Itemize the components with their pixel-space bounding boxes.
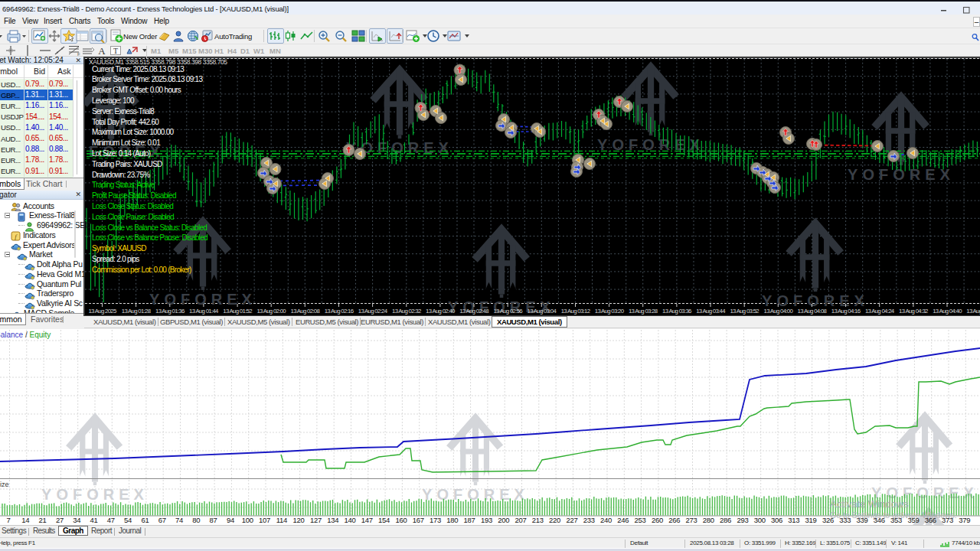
- svg-text:Server: Exness-Trial8: Server: Exness-Trial8: [92, 107, 155, 116]
- svg-text:47: 47: [107, 516, 115, 524]
- svg-text:107: 107: [259, 516, 270, 524]
- svg-text:379: 379: [959, 516, 970, 524]
- svg-text:13 Aug 02:40: 13 Aug 02:40: [426, 308, 456, 315]
- svg-text:313: 313: [788, 516, 799, 524]
- svg-text:13 Aug 04:00: 13 Aug 04:00: [764, 308, 794, 315]
- svg-text:13 Aug 04:08: 13 Aug 04:08: [798, 308, 827, 315]
- svg-text:41: 41: [90, 516, 98, 524]
- svg-text:Broker GMT Offset: 0.00 hours: Broker GMT Offset: 0.00 hours: [92, 86, 181, 94]
- svg-text:87: 87: [210, 516, 217, 524]
- svg-text:346: 346: [874, 516, 885, 524]
- svg-text:273: 273: [686, 516, 697, 524]
- svg-text:207: 207: [515, 516, 527, 524]
- svg-text:Commission per Lot: 0.00 (Brok: Commission per Lot: 0.00 (Broker): [92, 266, 191, 274]
- svg-text:Spread: 2.0 pips: Spread: 2.0 pips: [92, 255, 139, 263]
- svg-text:140: 140: [345, 516, 356, 524]
- svg-text:227: 227: [566, 516, 577, 524]
- svg-text:253: 253: [635, 516, 646, 524]
- svg-text:13 Aug 03:36: 13 Aug 03:36: [662, 308, 691, 315]
- svg-text:13 Aug 02:48: 13 Aug 02:48: [459, 308, 488, 315]
- svg-text:134: 134: [327, 516, 338, 524]
- svg-text:193: 193: [481, 516, 492, 524]
- svg-text:353: 353: [890, 516, 902, 524]
- svg-text:Leverage: 100: Leverage: 100: [92, 96, 135, 105]
- svg-text:260: 260: [652, 516, 663, 524]
- svg-text:240: 240: [600, 516, 612, 524]
- svg-text:147: 147: [361, 516, 373, 524]
- svg-text:Drawdown: 23.75%: Drawdown: 23.75%: [92, 171, 150, 179]
- svg-text:100: 100: [242, 516, 253, 524]
- svg-text:13 Aug 02:08: 13 Aug 02:08: [291, 308, 320, 315]
- svg-text:YOFOREX: YOFOREX: [41, 486, 149, 503]
- svg-text:54: 54: [124, 516, 132, 524]
- svg-text:13 Aug 03:52: 13 Aug 03:52: [730, 308, 759, 315]
- svg-text:13 Aug 01:52: 13 Aug 01:52: [223, 308, 252, 315]
- svg-text:13 Aug 02:56: 13 Aug 02:56: [493, 308, 522, 315]
- svg-text:167: 167: [413, 516, 424, 524]
- svg-text:13 Aug 03:44: 13 Aug 03:44: [696, 308, 726, 315]
- svg-text:319: 319: [805, 516, 817, 524]
- svg-text:366: 366: [925, 516, 936, 524]
- svg-text:T: T: [113, 47, 118, 55]
- svg-text:246: 246: [617, 516, 629, 524]
- svg-text:80: 80: [192, 516, 200, 524]
- svg-text:306: 306: [771, 516, 782, 524]
- svg-text:14: 14: [21, 516, 29, 524]
- svg-text:Broker Server Time: 2025.08.13: Broker Server Time: 2025.08.13 09:13: [92, 75, 203, 83]
- svg-text:13 Aug 03:28: 13 Aug 03:28: [629, 308, 658, 315]
- svg-text:154: 154: [378, 516, 390, 524]
- svg-text:Current Time: 2025.08.13 09:13: Current Time: 2025.08.13 09:13: [92, 65, 185, 73]
- svg-text:13 Aug 04:24: 13 Aug 04:24: [865, 308, 895, 315]
- svg-text:Lot Size: 0.14 (Auto): Lot Size: 0.14 (Auto): [92, 149, 151, 158]
- svg-text:13 Aug 01:36: 13 Aug 01:36: [155, 308, 185, 315]
- svg-text:13 Aug 03:04: 13 Aug 03:04: [528, 308, 557, 315]
- svg-text:373: 373: [942, 516, 953, 524]
- svg-text:Loss Close Pause: Disabled: Loss Close Pause: Disabled: [92, 213, 174, 221]
- svg-text:13 Aug 02:16: 13 Aug 02:16: [325, 308, 354, 315]
- svg-text:27: 27: [56, 516, 64, 524]
- svg-text:120: 120: [293, 516, 305, 524]
- svg-text:233: 233: [583, 516, 595, 524]
- svg-text:13 Aug 04:48: 13 Aug 04:48: [966, 308, 980, 315]
- svg-text:13 Aug 01:44: 13 Aug 01:44: [189, 308, 219, 315]
- svg-text:7: 7: [7, 516, 11, 524]
- svg-text:326: 326: [822, 516, 834, 524]
- svg-text:YOFOREX: YOFOREX: [422, 486, 529, 503]
- svg-text:61: 61: [141, 516, 149, 524]
- svg-text:13 Aug 02:32: 13 Aug 02:32: [392, 308, 421, 315]
- svg-text:13 Aug 04:16: 13 Aug 04:16: [831, 308, 861, 315]
- svg-text:293: 293: [737, 516, 748, 524]
- svg-text:220: 220: [549, 516, 560, 524]
- svg-text:359: 359: [907, 516, 919, 524]
- svg-text:A: A: [98, 45, 106, 57]
- svg-text:213: 213: [532, 516, 544, 524]
- svg-text:34: 34: [73, 516, 80, 524]
- svg-text:280: 280: [703, 516, 714, 524]
- svg-text:YOFOREX: YOFOREX: [149, 291, 256, 308]
- svg-text:13 Aug 2025: 13 Aug 2025: [88, 308, 116, 315]
- svg-text:13 Aug 03:20: 13 Aug 03:20: [595, 308, 625, 315]
- svg-text:Minimum Lot Size: 0.01: Minimum Lot Size: 0.01: [92, 139, 161, 147]
- svg-text:127: 127: [310, 516, 322, 524]
- svg-text:Trading Pairs: XAUUSD: Trading Pairs: XAUUSD: [92, 160, 162, 168]
- svg-text:187: 187: [464, 516, 475, 524]
- svg-text:67: 67: [158, 516, 166, 524]
- svg-text:Total Day Profit: 442.60: Total Day Profit: 442.60: [92, 118, 159, 126]
- svg-text:Size: Size: [0, 481, 9, 488]
- svg-text:300: 300: [754, 516, 766, 524]
- svg-text:94: 94: [227, 516, 234, 524]
- svg-text:339: 339: [857, 516, 868, 524]
- svg-text:Loss Close Status: Disabled: Loss Close Status: Disabled: [92, 202, 173, 210]
- svg-text:333: 333: [839, 516, 851, 524]
- svg-text:13 Aug 02:00: 13 Aug 02:00: [256, 308, 286, 315]
- svg-text:266: 266: [668, 516, 680, 524]
- svg-text:Profit Pause Status: Disabled: Profit Pause Status: Disabled: [92, 191, 176, 200]
- svg-text:13 Aug 04:32: 13 Aug 04:32: [899, 308, 928, 315]
- svg-text:Loss Close vs Balance Status:: Loss Close vs Balance Status: Disabled: [92, 223, 207, 232]
- svg-text:Balance / Equity: Balance / Equity: [0, 331, 51, 339]
- svg-text:13 Aug 03:12: 13 Aug 03:12: [561, 308, 590, 315]
- svg-text:160: 160: [395, 516, 407, 524]
- svg-text:74: 74: [175, 516, 183, 524]
- svg-text:13 Aug 01:28: 13 Aug 01:28: [122, 308, 151, 315]
- svg-text:Activate Windows: Activate Windows: [830, 498, 909, 510]
